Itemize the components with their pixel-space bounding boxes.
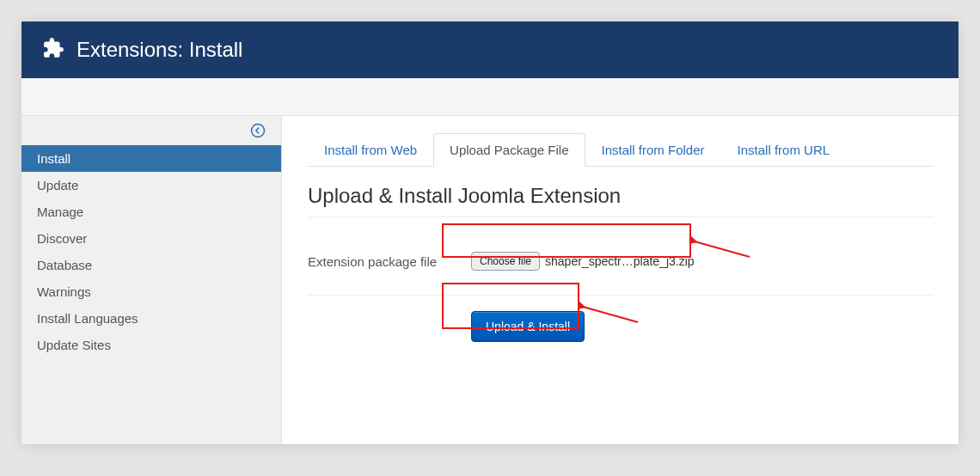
divider <box>308 295 933 296</box>
sidebar-item-warnings[interactable]: Warnings <box>21 278 281 305</box>
sidebar: InstallUpdateManageDiscoverDatabaseWarni… <box>21 116 282 444</box>
choose-file-button[interactable]: Choose file <box>471 252 540 271</box>
tab-install-from-folder[interactable]: Install from Folder <box>585 133 721 167</box>
chosen-filename: shaper_spectr…plate_j3.zip <box>545 254 695 268</box>
content: Install from WebUpload Package FileInsta… <box>282 116 959 444</box>
action-row: Upload & Install <box>308 311 933 342</box>
section-title: Upload & Install Joomla Extension <box>308 184 933 217</box>
page-title: Extensions: Install <box>77 38 242 62</box>
file-label: Extension package file <box>308 254 471 269</box>
header-bar: Extensions: Install <box>21 21 959 78</box>
sidebar-item-database[interactable]: Database <box>21 252 281 278</box>
toolbar <box>21 78 959 116</box>
window: Extensions: Install InstallUpdateManageD… <box>21 21 959 444</box>
svg-point-0 <box>252 125 265 137</box>
sidebar-item-update[interactable]: Update <box>21 172 281 198</box>
sidebar-item-update-sites[interactable]: Update Sites <box>21 332 281 358</box>
sidebar-item-install[interactable]: Install <box>21 145 281 172</box>
tab-upload-package-file[interactable]: Upload Package File <box>433 133 585 167</box>
file-chooser: Choose file shaper_spectr…plate_j3.zip <box>471 252 695 271</box>
sidebar-back-button[interactable] <box>21 116 281 145</box>
upload-install-button[interactable]: Upload & Install <box>471 311 585 342</box>
tab-install-from-web[interactable]: Install from Web <box>308 133 433 167</box>
tab-install-from-url[interactable]: Install from URL <box>721 133 847 167</box>
body: InstallUpdateManageDiscoverDatabaseWarni… <box>21 116 959 444</box>
file-row: Extension package file Choose file shape… <box>308 243 933 279</box>
tabs: Install from WebUpload Package FileInsta… <box>308 133 933 167</box>
sidebar-item-discover[interactable]: Discover <box>21 225 281 252</box>
puzzle-icon <box>42 37 64 63</box>
sidebar-item-install-languages[interactable]: Install Languages <box>21 305 281 332</box>
sidebar-item-manage[interactable]: Manage <box>21 198 281 225</box>
